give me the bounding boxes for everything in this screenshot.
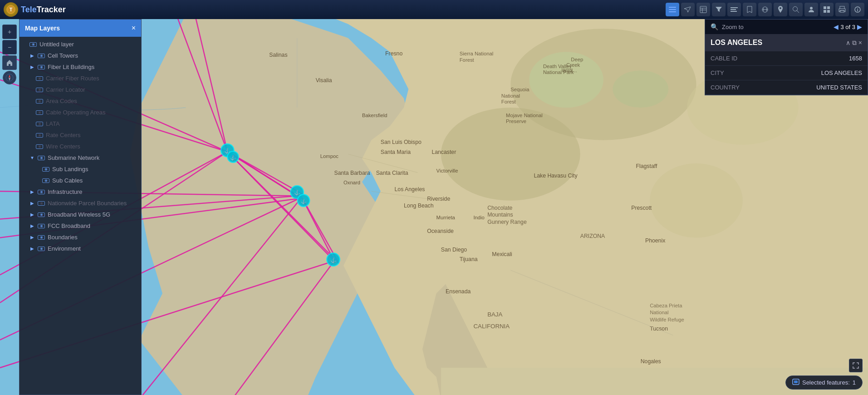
layer-item-parcel[interactable]: ▶ Nationwide Parcel Boundaries — [20, 198, 141, 209]
visibility-icon-carrier-locator[interactable] — [36, 88, 43, 92]
draw-button[interactable] — [681, 3, 695, 16]
layer-name-broadband5g: Broadband Wireless 5G — [48, 211, 137, 218]
expand-arrow-boundaries[interactable]: ▶ — [29, 235, 35, 240]
layer-name-lata: LATA — [46, 120, 137, 127]
svg-text:Victorville: Victorville — [436, 168, 458, 173]
layer-item-carrier-locator[interactable]: Carrier Locator — [20, 84, 141, 95]
visibility-icon-cell-towers[interactable] — [38, 54, 45, 58]
zoom-out-button[interactable]: − — [2, 40, 17, 54]
compass-button[interactable] — [3, 71, 16, 84]
visibility-icon-broadband5g[interactable] — [38, 212, 45, 217]
grid-button[interactable] — [820, 3, 834, 16]
layer-item-fcc-broadband[interactable]: ▶ FCC Broadband — [20, 220, 141, 232]
svg-rect-5 — [700, 6, 706, 13]
expand-arrow-parcel[interactable]: ▶ — [29, 201, 35, 206]
svg-text:Gunnery Range: Gunnery Range — [487, 219, 527, 225]
layer-item-cable-operating[interactable]: Cable Operating Areas — [20, 107, 141, 118]
bookmark-button[interactable] — [743, 3, 756, 16]
filter-button[interactable] — [712, 3, 726, 16]
layers-body[interactable]: Untitled layer ▶ Cell Towers ▶ Fiber Lit… — [20, 37, 141, 395]
layer-item-carrier-fiber[interactable]: Carrier Fiber Routes — [20, 73, 141, 84]
layer-name-infrastructure: Infrastructure — [48, 188, 137, 195]
zoom-search-icon: 🔍 — [711, 23, 718, 30]
svg-text:Preserve: Preserve — [506, 118, 526, 124]
visibility-icon-carrier-fiber[interactable] — [36, 76, 43, 81]
visibility-icon-parcel[interactable] — [38, 201, 45, 206]
layer-item-submarine[interactable]: ▼ Submarine Network — [20, 152, 141, 163]
pin-button[interactable] — [774, 3, 787, 16]
home-button[interactable] — [2, 55, 17, 70]
layer-item-boundaries[interactable]: ▶ Boundaries — [20, 232, 141, 243]
svg-rect-17 — [824, 6, 826, 9]
layer-item-sub-landings[interactable]: Sub Landings — [20, 163, 141, 175]
zoom-controls: ◀ 3 of 3 ▶ — [834, 23, 862, 30]
svg-point-32 — [529, 52, 603, 108]
visibility-icon-wire-centers[interactable] — [36, 144, 43, 149]
layer-item-untitled[interactable]: Untitled layer — [20, 39, 141, 50]
svg-text:Santa Maria: Santa Maria — [381, 149, 411, 155]
visibility-icon-lata[interactable] — [36, 122, 43, 126]
layer-item-rate-centers[interactable]: Rate Centers — [20, 129, 141, 141]
feature-restore-button[interactable]: ⧉ — [852, 39, 857, 47]
print-button[interactable] — [835, 3, 849, 16]
layers-close-button[interactable]: × — [132, 24, 136, 32]
layer-item-cell-towers[interactable]: ▶ Cell Towers — [20, 50, 141, 61]
visibility-icon-infrastructure[interactable] — [38, 190, 45, 194]
svg-text:Lake Havasu City: Lake Havasu City — [534, 173, 578, 179]
layer-item-area-codes[interactable]: Area Codes — [20, 95, 141, 107]
layer-name-sub-cables: Sub Cables — [52, 177, 137, 184]
feature-title: LOS ANGELES — [711, 39, 844, 47]
selected-icon — [792, 379, 799, 386]
feature-field-key: COUNTRY — [705, 80, 778, 95]
visibility-icon-sub-landings[interactable] — [42, 167, 49, 172]
expand-arrow-fiber[interactable]: ▶ — [29, 64, 35, 70]
map-style-button[interactable] — [758, 3, 772, 16]
expand-arrow-broadband5g[interactable]: ▶ — [29, 212, 35, 217]
svg-text:Tijuana: Tijuana — [460, 256, 478, 262]
zoom-in-button[interactable]: + — [2, 25, 17, 39]
visibility-icon-boundaries[interactable] — [38, 235, 45, 240]
feature-close-button[interactable]: × — [858, 39, 862, 46]
layer-item-lata[interactable]: LATA — [20, 118, 141, 129]
layer-item-environment[interactable]: ▶ Environment — [20, 243, 141, 254]
table-button[interactable] — [696, 3, 710, 16]
svg-text:Lancaster: Lancaster — [432, 149, 456, 155]
layer-item-sub-cables[interactable]: Sub Cables — [20, 175, 141, 186]
svg-text:Los Angeles: Los Angeles — [395, 186, 425, 193]
visibility-icon-fcc[interactable] — [38, 224, 45, 228]
visibility-icon-untitled[interactable] — [29, 42, 37, 47]
visibility-icon-rate-centers[interactable] — [36, 133, 43, 138]
feature-table-row: COUNTRYUNITED STATES — [705, 80, 868, 95]
layer-item-infrastructure[interactable]: ▶ Infrastructure — [20, 186, 141, 198]
svg-point-30 — [650, 163, 743, 238]
visibility-icon-fiber[interactable] — [38, 65, 45, 69]
svg-line-15 — [797, 10, 799, 13]
layer-item-broadband5g[interactable]: ▶ Broadband Wireless 5G — [20, 209, 141, 220]
user-button[interactable] — [804, 3, 818, 16]
expand-arrow-infrastructure[interactable]: ▶ — [29, 189, 35, 195]
feature-minimize-button[interactable]: ∧ — [846, 39, 850, 46]
expand-arrow-cell-towers[interactable]: ▶ — [29, 53, 35, 59]
zoom-next-button[interactable]: ▶ — [857, 23, 862, 30]
visibility-icon-environment[interactable] — [38, 247, 45, 251]
svg-point-33 — [613, 70, 668, 108]
visibility-icon-sub-cables[interactable] — [42, 178, 49, 183]
visibility-icon-cable-operating[interactable] — [36, 110, 43, 115]
layer-item-wire-centers[interactable]: Wire Centers — [20, 141, 141, 152]
zoom-prev-button[interactable]: ◀ — [834, 23, 839, 30]
fullscreen-button[interactable] — [849, 359, 863, 372]
visibility-icon-submarine[interactable] — [38, 156, 45, 160]
svg-text:Long Beach: Long Beach — [404, 202, 434, 209]
visibility-icon-area-codes[interactable] — [36, 99, 43, 104]
feature-table-body: CABLE ID1658CITYLOS ANGELESCOUNTRYUNITED… — [705, 51, 868, 95]
list-button[interactable] — [727, 3, 741, 16]
layer-item-fiber-lit[interactable]: ▶ Fiber Lit Buildings — [20, 61, 141, 73]
expand-arrow-submarine[interactable]: ▼ — [29, 155, 35, 161]
expand-arrow-fcc[interactable]: ▶ — [29, 223, 35, 229]
expand-arrow-environment[interactable]: ▶ — [29, 246, 35, 252]
layers-button[interactable] — [666, 3, 679, 16]
layer-name-carrier-fiber: Carrier Fiber Routes — [46, 75, 137, 82]
layer-name-cable-operating: Cable Operating Areas — [46, 109, 137, 116]
info-button[interactable] — [851, 3, 864, 16]
search-button[interactable] — [789, 3, 803, 16]
